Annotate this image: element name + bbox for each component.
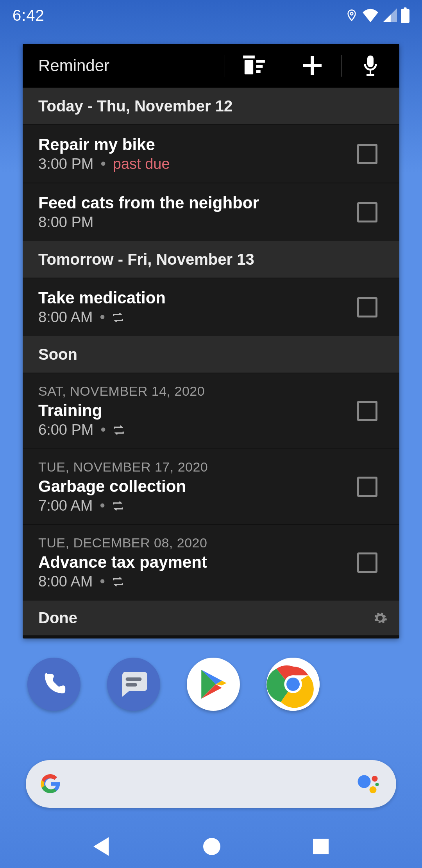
svg-rect-14 — [126, 678, 142, 681]
item-title: Advance tax payment — [38, 553, 348, 572]
svg-rect-7 — [256, 65, 263, 68]
phone-icon — [40, 671, 68, 698]
svg-point-19 — [358, 775, 371, 788]
messages-app-icon[interactable] — [107, 658, 160, 711]
section-today: Today - Thu, November 12 — [23, 88, 399, 124]
status-icons — [345, 7, 409, 23]
svg-point-0 — [350, 13, 353, 15]
section-tomorrow: Tomorrow - Fri, November 13 — [23, 241, 399, 278]
phone-app-icon[interactable] — [27, 658, 80, 711]
svg-point-21 — [376, 783, 379, 786]
svg-point-20 — [372, 776, 378, 782]
svg-rect-4 — [245, 60, 253, 74]
reminder-item[interactable]: Take medication 8:00 AM • — [23, 278, 399, 336]
item-date: TUE, NOVEMBER 17, 2020 — [38, 459, 348, 475]
item-title: Garbage collection — [38, 477, 348, 496]
item-title: Repair my bike — [38, 135, 348, 154]
repeat-icon — [112, 312, 124, 323]
reminder-item[interactable]: TUE, DECEMBER 08, 2020 Advance tax payme… — [23, 524, 399, 600]
item-checkbox[interactable] — [357, 552, 377, 573]
svg-rect-24 — [313, 839, 329, 854]
item-date: SAT, NOVEMBER 14, 2020 — [38, 384, 348, 399]
item-title: Training — [38, 401, 348, 420]
battery-icon — [401, 7, 409, 23]
navigation-bar — [0, 825, 422, 868]
widget-title[interactable]: Reminder — [23, 56, 225, 75]
home-button[interactable] — [203, 838, 220, 855]
svg-rect-15 — [126, 683, 137, 687]
repeat-icon — [112, 500, 124, 511]
chrome-app-icon[interactable] — [266, 658, 320, 711]
svg-rect-12 — [370, 70, 371, 74]
svg-rect-1 — [401, 9, 409, 23]
svg-point-18 — [286, 678, 300, 691]
reminder-item[interactable]: SAT, NOVEMBER 14, 2020 Training 6:00 PM … — [23, 373, 399, 448]
item-time: 6:00 PM — [38, 421, 94, 438]
reminder-item[interactable]: Feed cats from the neighbor 8:00 PM — [23, 183, 399, 241]
play-store-app-icon[interactable] — [187, 658, 240, 711]
recent-apps-button[interactable] — [313, 839, 329, 854]
plus-icon — [303, 56, 322, 75]
svg-rect-11 — [367, 56, 374, 67]
clear-button[interactable] — [225, 44, 283, 88]
reminder-widget: Reminder Today - Thu, November 12 Repair… — [23, 44, 399, 638]
item-title: Feed cats from the neighbor — [38, 194, 348, 212]
chrome-icon — [266, 658, 320, 711]
wifi-icon — [362, 8, 379, 22]
reminder-item[interactable]: TUE, NOVEMBER 17, 2020 Garbage collectio… — [23, 448, 399, 524]
section-soon: Soon — [23, 336, 399, 373]
header-actions — [225, 44, 399, 88]
svg-rect-8 — [256, 70, 261, 73]
item-checkbox[interactable] — [357, 144, 377, 164]
item-date: TUE, DECEMBER 08, 2020 — [38, 535, 348, 551]
status-time: 6:42 — [13, 7, 45, 24]
svg-point-22 — [370, 786, 377, 793]
status-bar: 6:42 — [0, 0, 422, 30]
svg-point-23 — [203, 838, 220, 855]
item-time: 7:00 AM — [38, 497, 93, 514]
item-checkbox[interactable] — [357, 202, 377, 222]
trash-list-icon — [243, 56, 265, 76]
repeat-icon — [113, 425, 125, 436]
item-time: 3:00 PM — [38, 156, 94, 172]
voice-button[interactable] — [342, 44, 399, 88]
add-button[interactable] — [283, 44, 341, 88]
cell-signal-icon — [383, 8, 397, 22]
svg-rect-2 — [404, 7, 406, 9]
item-checkbox[interactable] — [357, 477, 377, 497]
item-time: 8:00 AM — [38, 309, 93, 326]
svg-rect-10 — [303, 64, 322, 67]
google-logo-icon — [40, 773, 62, 795]
section-done[interactable]: Done — [23, 600, 399, 635]
mic-icon — [363, 56, 378, 76]
svg-rect-6 — [256, 60, 265, 63]
item-checkbox[interactable] — [357, 297, 377, 317]
item-checkbox[interactable] — [357, 401, 377, 421]
play-store-icon — [199, 669, 228, 700]
google-search-bar[interactable] — [26, 760, 396, 808]
back-button[interactable] — [93, 837, 111, 856]
location-icon — [345, 7, 358, 23]
svg-rect-13 — [367, 74, 374, 76]
reminder-item[interactable]: Repair my bike 3:00 PM • past due — [23, 124, 399, 183]
item-time: 8:00 AM — [38, 573, 93, 590]
svg-rect-3 — [243, 56, 255, 58]
past-due-label: past due — [113, 156, 170, 172]
messages-icon — [119, 671, 148, 698]
item-time: 8:00 PM — [38, 214, 94, 231]
gear-icon[interactable] — [373, 611, 388, 626]
repeat-icon — [112, 576, 124, 587]
item-title: Take medication — [38, 289, 348, 307]
widget-header: Reminder — [23, 44, 399, 88]
assistant-icon[interactable] — [357, 773, 381, 795]
dock — [0, 658, 422, 711]
